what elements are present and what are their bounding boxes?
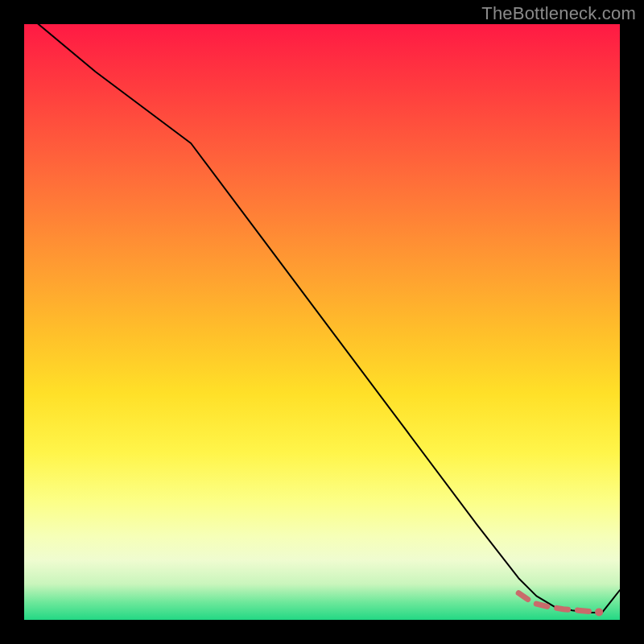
optimal-region-dashed bbox=[518, 593, 599, 613]
chart-stage: TheBottleneck.com bbox=[0, 0, 644, 644]
chart-svg bbox=[24, 24, 620, 620]
plot-area bbox=[24, 24, 620, 620]
optimal-point-dot bbox=[595, 608, 603, 616]
watermark-label: TheBottleneck.com bbox=[481, 3, 636, 24]
bottleneck-curve bbox=[24, 24, 620, 613]
